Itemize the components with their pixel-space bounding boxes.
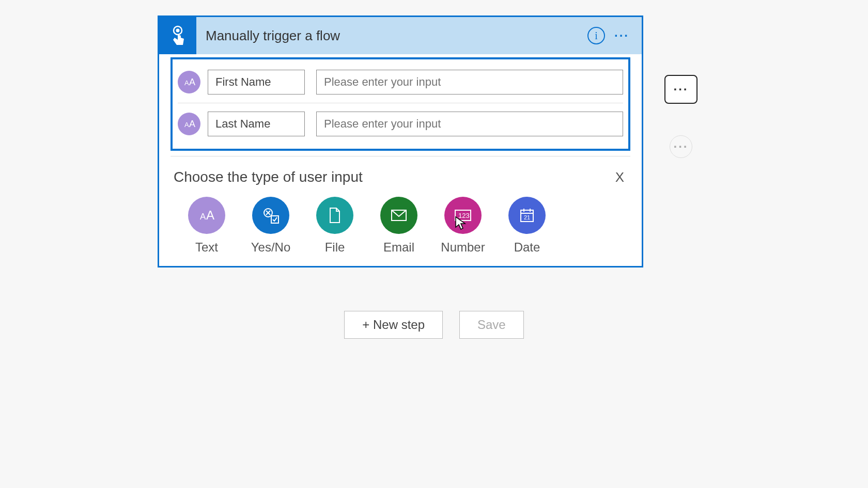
svg-text:A: A (189, 119, 195, 129)
type-label: Date (514, 240, 540, 255)
trigger-header: Manually trigger a flow i ··· (159, 17, 642, 54)
trigger-icon-box (159, 17, 196, 54)
email-icon (380, 197, 417, 234)
type-option-date[interactable]: 21 Date (508, 197, 546, 255)
svg-text:A: A (206, 208, 214, 222)
input-value-field[interactable] (316, 112, 623, 136)
type-label: Text (195, 240, 218, 255)
text-type-icon: A A (178, 71, 200, 93)
svg-text:21: 21 (524, 214, 530, 221)
input-row-first-name: A A (173, 64, 628, 101)
input-row-last-name: A A (173, 105, 628, 143)
trigger-more-button[interactable]: ··· (614, 28, 629, 43)
trigger-title: Manually trigger a flow (206, 28, 587, 44)
type-options-grid: AA Text Yes/No (174, 197, 627, 255)
aa-icon: A A (183, 118, 195, 130)
input-row-more-button[interactable]: ··· (664, 75, 698, 104)
yesno-icon (252, 197, 289, 234)
input-divider (178, 103, 623, 103)
svg-text:123: 123 (458, 212, 470, 219)
new-step-button[interactable]: + New step (344, 311, 443, 339)
file-icon (316, 197, 353, 234)
svg-text:A: A (189, 77, 195, 87)
svg-point-1 (176, 29, 180, 33)
input-row-more-button[interactable]: ··· (670, 135, 692, 158)
choose-header: Choose the type of user input X (174, 169, 627, 185)
type-label: Number (441, 240, 485, 255)
choose-title: Choose the type of user input (174, 169, 363, 185)
svg-text:A: A (184, 79, 189, 87)
bottom-buttons: + New step Save (0, 311, 868, 339)
choose-input-type-section: Choose the type of user input X AA Text (159, 160, 642, 266)
text-icon: AA (188, 197, 225, 234)
svg-text:A: A (184, 121, 189, 129)
date-icon: 21 (508, 197, 546, 234)
info-icon[interactable]: i (587, 27, 605, 44)
svg-text:A: A (200, 212, 206, 222)
type-option-email[interactable]: Email (380, 197, 417, 255)
type-option-yesno[interactable]: Yes/No (252, 197, 289, 255)
type-label: File (325, 240, 345, 255)
type-option-file[interactable]: File (316, 197, 353, 255)
input-name-field[interactable] (208, 70, 305, 95)
type-option-text[interactable]: AA Text (188, 197, 225, 255)
trigger-panel: Manually trigger a flow i ··· A A A A (158, 15, 643, 267)
number-icon: 123 (444, 197, 482, 234)
type-label: Yes/No (251, 240, 291, 255)
section-divider (171, 156, 630, 156)
aa-icon: A A (183, 76, 195, 88)
text-type-icon: A A (178, 113, 200, 135)
manual-trigger-icon (167, 24, 188, 47)
type-label: Email (383, 240, 414, 255)
input-name-field[interactable] (208, 112, 305, 136)
input-value-field[interactable] (316, 70, 623, 95)
type-option-number[interactable]: 123 Number (444, 197, 482, 255)
inputs-highlight-box: A A A A (171, 57, 630, 151)
close-button[interactable]: X (612, 169, 627, 185)
save-button[interactable]: Save (459, 311, 524, 339)
